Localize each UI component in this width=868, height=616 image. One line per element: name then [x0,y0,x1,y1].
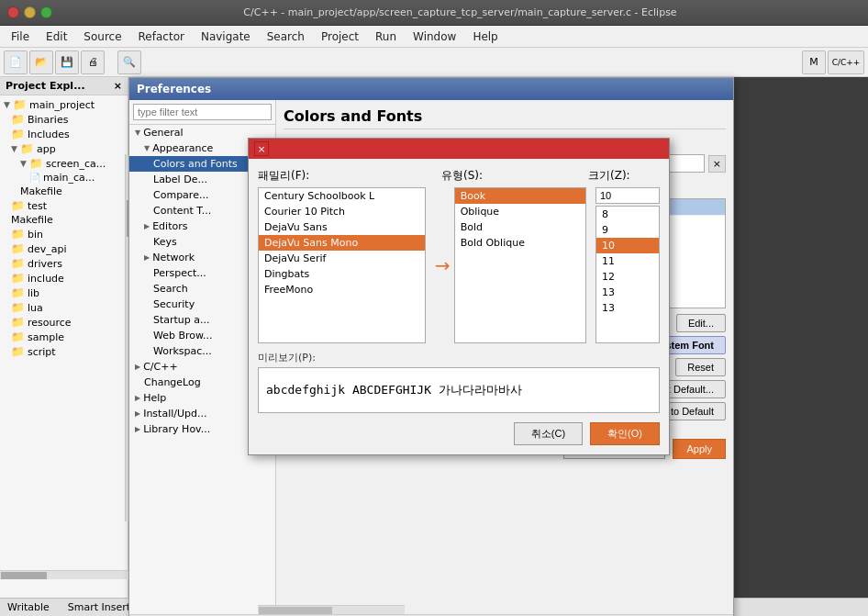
maximize-button[interactable] [40,6,52,18]
family-item[interactable]: DejaVu Serif [259,251,425,266]
preferences-title: Preferences [137,83,211,95]
folder-icon: 📁 [11,272,25,285]
size-item[interactable]: 11 [596,253,659,269]
family-item[interactable]: FreeMono [259,282,425,297]
tree-item-main-project[interactable]: ▼ 📁 main_project [0,97,128,112]
folder-icon: 📁 [11,199,25,212]
right-toolbar-button[interactable]: M [802,50,826,74]
reset-button[interactable]: Reset [675,358,726,376]
style-item[interactable]: Bold [455,219,585,235]
family-item[interactable]: Century Schoolbook L [259,188,425,204]
arrow-icon: ▶ [135,425,140,433]
style-item[interactable]: Oblique [455,204,585,219]
folder-icon: 📁 [11,316,25,329]
cpp-button[interactable]: C/C++ [828,50,864,74]
pref-item-label: Help [143,392,166,404]
project-explorer-title: Project Expl... [6,80,85,92]
size-item[interactable]: 13 [596,300,659,316]
tree-item-binaries[interactable]: 📁 Binaries [0,112,128,127]
menu-window[interactable]: Window [406,28,463,45]
project-tree: ▼ 📁 main_project 📁 Binaries 📁 Includes ▼… [0,95,128,361]
font-dialog-title-bar: × [249,139,669,159]
menu-run[interactable]: Run [368,28,404,45]
tree-label: resource [28,317,72,329]
tree-item-includes[interactable]: 📁 Includes [0,127,128,141]
style-item[interactable]: Bold Oblique [455,235,585,251]
font-cancel-button[interactable]: 취소(C) [514,422,583,445]
edit-button[interactable]: Edit... [676,314,726,332]
menu-project[interactable]: Project [314,28,366,45]
tree-item-app[interactable]: ▼ 📁 app [0,141,128,156]
folder-icon: 📁 [11,286,25,299]
font-ok-button[interactable]: 확인(O) [590,422,660,445]
arrow-icon: ▼ [144,144,150,152]
menu-source[interactable]: Source [76,28,128,45]
style-item-selected[interactable]: Book [455,188,585,204]
close-explorer-button[interactable]: × [114,80,122,92]
menu-navigate[interactable]: Navigate [194,28,258,45]
tree-item-lua[interactable]: 📁 lua [0,300,128,315]
apply-button[interactable]: Apply [673,439,726,459]
pref-item-label: Appearance [152,142,213,154]
tree-label: script [28,346,56,358]
pref-item-label: Label De... [153,174,207,185]
new-file-button[interactable]: 📄 [4,50,28,74]
size-item[interactable]: 8 [596,207,659,222]
family-item[interactable]: DejaVu Sans [259,219,425,235]
menu-help[interactable]: Help [465,28,505,45]
family-item[interactable]: Courier 10 Pitch [259,204,425,219]
clear-filter-button[interactable]: × [708,155,726,173]
minimize-button[interactable] [24,6,36,18]
size-item-selected[interactable]: 10 [596,238,659,253]
tree-item-makefile-app[interactable]: Makefile [0,185,128,198]
tree-item-bin[interactable]: 📁 bin [0,227,128,241]
close-button[interactable] [7,6,19,18]
tree-label: app [37,143,56,155]
tree-label: Includes [28,129,70,140]
pref-item-label: Workspac... [153,345,212,357]
tree-item-makefile[interactable]: Makefile [0,213,128,227]
folder-icon: 📁 [11,345,25,358]
tree-item-lib[interactable]: 📁 lib [0,286,128,300]
pref-item-label: Install/Upd... [143,408,206,420]
menu-edit[interactable]: Edit [39,28,74,45]
colors-fonts-title: Colors and Fonts [284,107,726,129]
project-explorer: Project Expl... × ▼ 📁 main_project 📁 Bin… [0,77,128,598]
tree-item-resource[interactable]: 📁 resource [0,315,128,330]
font-style-list[interactable]: Book Oblique Bold Bold Oblique [454,187,586,343]
tree-item-script[interactable]: 📁 script [0,344,128,359]
pref-filter-input[interactable] [133,104,272,120]
size-item[interactable]: 12 [596,269,659,285]
family-item-selected[interactable]: DejaVu Sans Mono [259,235,425,251]
font-family-list[interactable]: Century Schoolbook L Courier 10 Pitch De… [258,187,426,343]
save-button[interactable]: 💾 [55,50,79,74]
size-input[interactable] [595,187,660,204]
menu-refactor[interactable]: Refactor [131,28,192,45]
size-item[interactable]: 13 [596,285,659,300]
tree-label: drivers [28,258,62,270]
tree-label: Binaries [28,114,68,126]
family-item[interactable]: Dingbats [259,266,425,282]
size-item[interactable]: 9 [596,222,659,238]
search-toolbar-button[interactable]: 🔍 [117,50,141,74]
font-column-labels: 패밀리(F): 유형(S): 크기(Z): [258,168,660,184]
arrow-icon: ▼ [4,100,10,109]
folder-icon: 📁 [29,157,43,170]
tree-item-include[interactable]: 📁 include [0,271,128,286]
arrow-icon: ▶ [135,409,140,418]
tree-item-sample[interactable]: 📁 sample [0,330,128,344]
tree-item-test[interactable]: 📁 test [0,198,128,213]
tree-item-dev-api[interactable]: 📁 dev_api [0,241,128,256]
tree-item-drivers[interactable]: 📁 drivers [0,256,128,271]
font-dialog-close-button[interactable]: × [254,141,269,156]
tree-label: lib [28,287,39,299]
menu-file[interactable]: File [4,28,37,45]
tree-label: Makefile [11,214,53,226]
font-size-list[interactable]: 8 9 10 11 12 13 13 [595,206,660,343]
print-button[interactable]: 🖨 [81,50,105,74]
tree-item-screen-capture[interactable]: ▼ 📁 screen_ca... [0,156,128,171]
open-button[interactable]: 📂 [29,50,53,74]
tree-item-main-capture[interactable]: 📄 main_ca... [0,171,128,185]
menu-search[interactable]: Search [260,28,312,45]
pref-item-label: Perspect... [153,267,206,279]
